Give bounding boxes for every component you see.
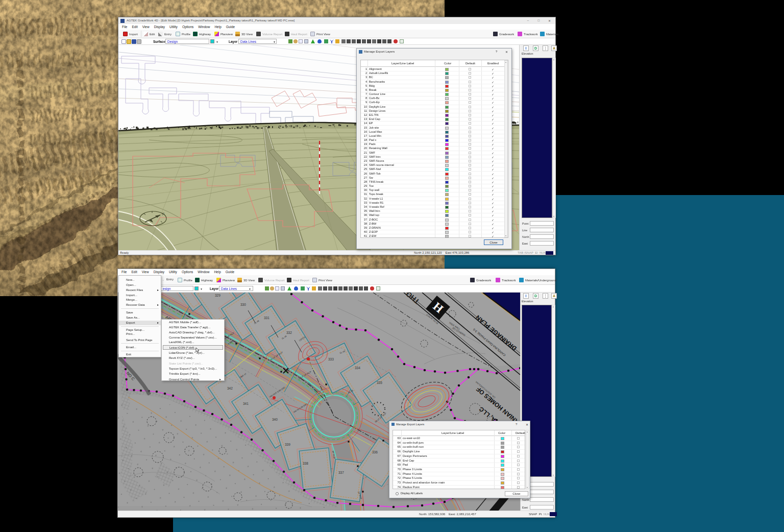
svg-text:338: 338 [303, 462, 308, 465]
svg-text:339: 339 [285, 443, 290, 446]
svg-text:329: 329 [215, 294, 220, 297]
svg-text:332: 332 [286, 331, 292, 334]
svg-text:335: 335 [377, 381, 382, 384]
svg-text:337: 337 [338, 471, 344, 474]
svg-text:330: 330 [240, 303, 246, 306]
svg-text:333: 333 [328, 357, 334, 361]
svg-text:336: 336 [372, 450, 378, 454]
svg-text:331: 331 [264, 316, 270, 320]
svg-text:334: 334 [355, 366, 360, 370]
svg-text:340: 340 [272, 418, 278, 421]
svg-text:341: 341 [243, 402, 249, 405]
svg-text:342: 342 [227, 386, 233, 390]
